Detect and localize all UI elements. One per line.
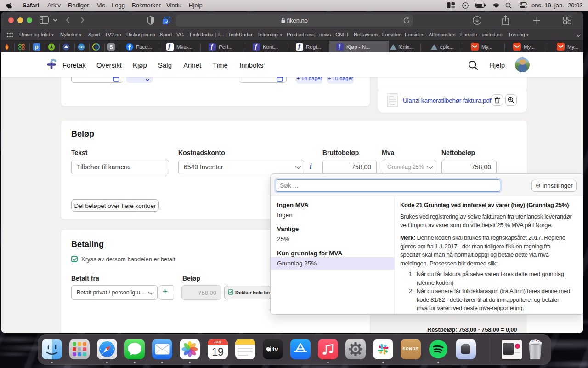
svg-text:TD: TD bbox=[79, 46, 83, 49]
